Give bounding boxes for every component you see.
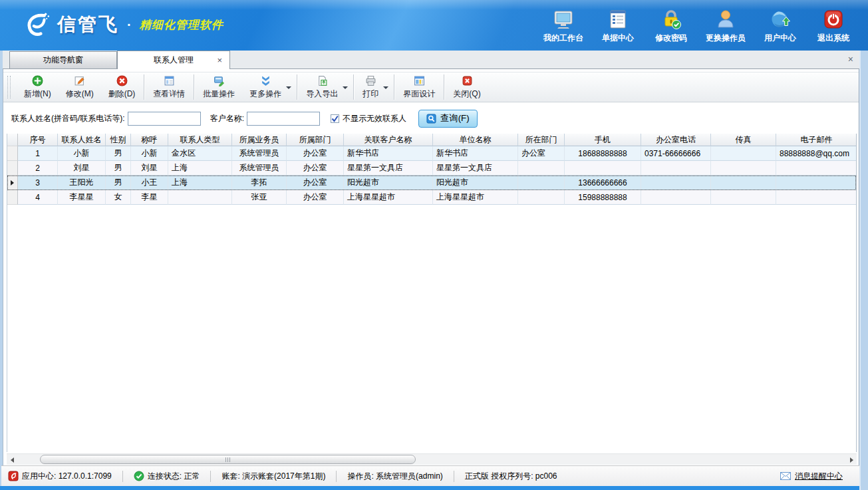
table-cell[interactable]: 办公室 xyxy=(287,161,344,176)
table-cell[interactable]: 王阳光 xyxy=(58,176,106,190)
scroll-right-button[interactable] xyxy=(846,455,857,465)
tab-close-icon[interactable]: × xyxy=(217,51,222,69)
column-header-4[interactable]: 联系人类型 xyxy=(168,134,232,146)
table-cell[interactable]: 0371-66666666 xyxy=(641,146,711,161)
scrollbar-thumb[interactable] xyxy=(40,455,416,464)
table-cell[interactable]: 阳光超市 xyxy=(344,176,433,190)
tab-0[interactable]: 功能导航窗 xyxy=(9,51,117,68)
column-header-1[interactable]: 联系人姓名 xyxy=(58,134,106,146)
table-cell[interactable] xyxy=(711,146,776,161)
table-cell[interactable]: 系统管理员 xyxy=(232,161,287,176)
table-cell[interactable] xyxy=(168,190,232,205)
column-header-5[interactable]: 所属业务员 xyxy=(232,134,287,146)
column-header-10[interactable]: 手机 xyxy=(565,134,641,146)
hide-invalid-checkbox-wrap[interactable]: 不显示无效联系人 xyxy=(331,113,406,124)
toolbar-button-0-1[interactable]: 修改(M) xyxy=(59,73,101,102)
table-cell[interactable] xyxy=(776,190,857,205)
toolbar-button-5-0[interactable]: 界面设计 xyxy=(396,73,442,102)
table-cell[interactable] xyxy=(641,190,711,205)
row-selector[interactable] xyxy=(7,146,18,161)
table-cell[interactable] xyxy=(776,161,857,176)
table-cell[interactable] xyxy=(711,161,776,176)
table-cell[interactable]: 小王 xyxy=(131,176,168,190)
table-cell[interactable] xyxy=(641,161,711,176)
table-cell[interactable]: 88888888@qq.com xyxy=(776,146,857,161)
nav-item-4[interactable]: 用户中心 xyxy=(762,9,799,44)
table-cell[interactable]: 办公室 xyxy=(287,190,344,205)
table-cell[interactable]: 上海 xyxy=(168,161,232,176)
table-cell[interactable]: 阳光超市 xyxy=(433,176,518,190)
table-cell[interactable]: 4 xyxy=(18,190,58,205)
table-cell[interactable]: 系统管理员 xyxy=(232,146,287,161)
toolbar-button-2-1[interactable]: 更多操作 xyxy=(242,73,289,102)
column-header-2[interactable]: 性别 xyxy=(106,134,131,146)
column-header-3[interactable]: 称呼 xyxy=(131,134,168,146)
horizontal-scrollbar[interactable] xyxy=(7,453,857,465)
table-cell[interactable]: 3 xyxy=(18,176,58,190)
table-cell[interactable]: 13666666666 xyxy=(565,176,641,190)
message-center[interactable]: 消息提醒中心 xyxy=(780,471,861,482)
toolbar-button-3-0[interactable]: 导入导出 xyxy=(299,73,345,102)
table-row-2[interactable]: 3王阳光男小王上海李拓办公室阳光超市阳光超市13666666666 xyxy=(7,176,856,190)
tab-1[interactable]: 联系人管理× xyxy=(117,51,230,69)
table-cell[interactable] xyxy=(518,161,565,176)
table-cell[interactable]: 新华书店 xyxy=(344,146,433,161)
table-cell[interactable] xyxy=(565,161,641,176)
nav-item-2[interactable]: 修改密码 xyxy=(652,9,690,44)
table-cell[interactable]: 男 xyxy=(106,161,131,176)
contact-name-input[interactable] xyxy=(128,112,201,126)
table-cell[interactable]: 小新 xyxy=(131,146,168,161)
toolbar-button-1-0[interactable]: 查看详情 xyxy=(146,73,192,102)
table-cell[interactable]: 小新 xyxy=(58,146,106,161)
toolbar-button-2-0[interactable]: 批量操作 xyxy=(196,73,242,102)
table-cell[interactable] xyxy=(711,176,776,190)
row-selector[interactable] xyxy=(7,161,18,176)
table-row-3[interactable]: 4李星星女李星张亚办公室上海星星超市上海星星超市15988888888 xyxy=(7,190,856,205)
dropdown-caret-icon[interactable] xyxy=(343,86,348,92)
table-cell[interactable]: 办公室 xyxy=(287,176,344,190)
table-cell[interactable]: 刘星 xyxy=(131,161,168,176)
table-cell[interactable]: 李星星 xyxy=(58,190,106,205)
toolbar-button-0-0[interactable]: 新增(N) xyxy=(17,73,59,102)
table-cell[interactable]: 15988888888 xyxy=(565,190,641,205)
column-header-7[interactable]: 关联客户名称 xyxy=(344,134,433,146)
row-selector[interactable] xyxy=(7,176,18,190)
table-row-1[interactable]: 2刘星男刘星上海系统管理员办公室星星第一文具店星星第一文具店 xyxy=(7,161,856,176)
nav-item-3[interactable]: 更换操作员 xyxy=(706,9,746,44)
toolbar-button-0-2[interactable]: 删除(D) xyxy=(101,73,143,102)
nav-item-0[interactable]: 我的工作台 xyxy=(543,9,583,44)
table-row-0[interactable]: 1小新男小新金水区系统管理员办公室新华书店新华书店办公室186888888880… xyxy=(7,146,856,161)
table-cell[interactable]: 2 xyxy=(18,161,58,176)
message-center-link[interactable]: 消息提醒中心 xyxy=(795,471,843,482)
dropdown-caret-icon[interactable] xyxy=(286,86,291,92)
dropdown-caret-icon[interactable] xyxy=(383,86,388,92)
column-header-11[interactable]: 办公室电话 xyxy=(641,134,711,146)
table-cell[interactable] xyxy=(776,176,857,190)
table-cell[interactable]: 上海 xyxy=(168,176,232,190)
table-cell[interactable] xyxy=(518,190,565,205)
column-header-12[interactable]: 传真 xyxy=(711,134,776,146)
table-cell[interactable]: 星星第一文具店 xyxy=(344,161,433,176)
column-header-6[interactable]: 所属部门 xyxy=(287,134,344,146)
table-cell[interactable]: 办公室 xyxy=(287,146,344,161)
table-cell[interactable]: 上海星星超市 xyxy=(433,190,518,205)
toolbar-button-4-0[interactable]: 打印 xyxy=(355,73,386,102)
table-cell[interactable]: 刘星 xyxy=(58,161,106,176)
query-button[interactable]: 查询(F) xyxy=(418,110,478,128)
nav-item-5[interactable]: 退出系统 xyxy=(815,9,852,44)
row-selector[interactable] xyxy=(7,190,18,205)
toolbar-grip[interactable] xyxy=(7,76,11,98)
scroll-left-button[interactable] xyxy=(7,455,17,465)
column-header-13[interactable]: 电子邮件 xyxy=(776,134,857,146)
table-cell[interactable]: 1 xyxy=(18,146,58,161)
table-cell[interactable]: 18688888888 xyxy=(565,146,641,161)
table-cell[interactable]: 男 xyxy=(106,146,131,161)
hide-invalid-checkbox[interactable] xyxy=(331,114,339,123)
table-cell[interactable]: 金水区 xyxy=(168,146,232,161)
table-cell[interactable]: 女 xyxy=(106,190,131,205)
column-header-8[interactable]: 单位名称 xyxy=(433,134,518,146)
table-cell[interactable]: 李星 xyxy=(131,190,168,205)
column-header-0[interactable]: 序号 xyxy=(18,134,58,146)
table-cell[interactable] xyxy=(711,190,776,205)
toolbar-button-6-0[interactable]: 关闭(Q) xyxy=(446,73,488,102)
